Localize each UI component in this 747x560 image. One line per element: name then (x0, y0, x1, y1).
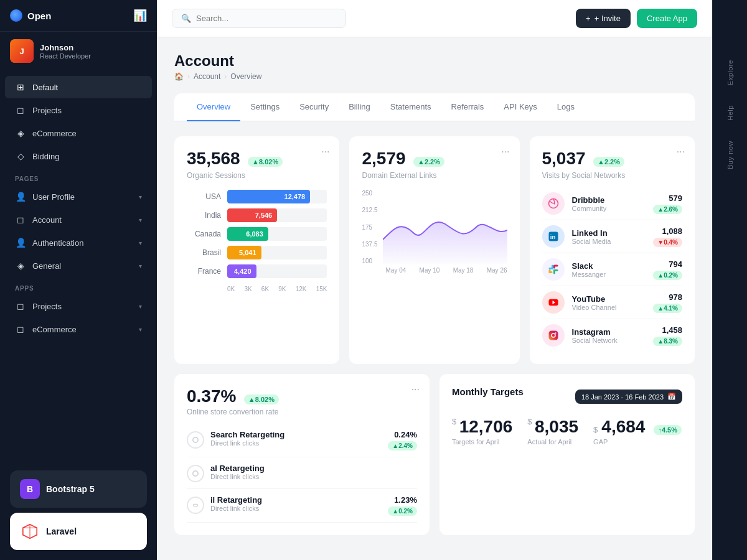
sidebar-item-user-profile[interactable]: 👤 User Profile ▾ (5, 185, 152, 208)
tab-overview[interactable]: Overview (187, 93, 240, 121)
sidebar-chart-button[interactable]: 📊 (133, 9, 147, 22)
sidebar-item-account[interactable]: ◻ Account ▾ (5, 208, 152, 231)
breadcrumb: 🏠 › Account › Overview (174, 72, 695, 81)
organic-label: Organic Sessions (187, 171, 327, 180)
tab-billing[interactable]: Billing (339, 93, 380, 121)
organic-more-button[interactable]: ··· (321, 146, 329, 157)
sidebar-item-bidding[interactable]: ◇ Bidding (5, 145, 152, 167)
laravel-card: Laravel (10, 513, 147, 550)
retarget-stat-1: 0.24% ▲2.4% (383, 430, 417, 450)
sidebar-item-general[interactable]: ◈ General ▾ (5, 254, 152, 277)
buy-now-button[interactable]: Buy now (721, 131, 739, 179)
social-item-slack: Slack Messanger 794 ▲0.2% (542, 253, 682, 286)
targets-figure: $ 12,706 Targets for April (452, 417, 512, 446)
linkedin-count: 1,088 (648, 226, 682, 236)
sidebar-item-ecommerce[interactable]: ◈ eCommerce (5, 122, 152, 144)
retarget-sub-1: Direct link clicks (210, 439, 377, 447)
tab-settings[interactable]: Settings (240, 93, 289, 121)
general-icon: ◈ (15, 260, 26, 271)
bar-track-india: 7,546 (227, 208, 327, 222)
general-chevron-icon: ▾ (139, 263, 142, 269)
instagram-stats: 1,458 ▲8.3% (648, 325, 682, 346)
bootstrap-label: Bootstrap 5 (46, 484, 95, 494)
retarget-name-3: il Retargeting (210, 495, 377, 505)
bottom-grid: ··· 0.37% ▲8.02% Online store convertion… (174, 374, 695, 535)
monthly-figures: $ 12,706 Targets for April $ 8,035 Actua… (452, 417, 682, 446)
conversion-rate: 0.37% (187, 386, 236, 406)
stats-grid: ··· 35,568 ▲8.02% Organic Sessions USA 1… (174, 136, 695, 364)
youtube-stats: 978 ▲4.1% (648, 292, 682, 313)
social-item-linkedin: in Linked In Social Media 1,088 ▼0.4% (542, 220, 682, 253)
retarget-item-1: Search Retargeting Direct link clicks 0.… (187, 424, 417, 457)
create-app-button[interactable]: Create App (637, 9, 697, 28)
y-250: 250 (362, 190, 377, 197)
retarget-name-2: al Retargeting (210, 464, 411, 473)
social-visits-card: ··· 5,037 ▲2.2% Visits by Social Network… (530, 136, 695, 364)
bar-track-brasil: 5,041 (227, 246, 327, 259)
external-label: Domain External Links (362, 171, 507, 180)
dribbble-count: 579 (648, 194, 682, 203)
external-links-card: ··· 2,579 ▲2.2% Domain External Links 25… (349, 136, 519, 364)
sidebar-item-apps-ecommerce[interactable]: ◻ eCommerce ▾ (5, 318, 152, 340)
bar-fill-canada: 6,083 (227, 227, 268, 241)
x-may18: May 18 (453, 267, 474, 274)
search-box[interactable]: 🔍 (172, 9, 346, 28)
sidebar-label-apps-ecommerce: eCommerce (32, 325, 133, 334)
slack-stats: 794 ▲0.2% (648, 259, 682, 280)
sidebar-item-default[interactable]: ⊞ Default (5, 76, 152, 98)
bar-fill-france: 4,420 (227, 264, 256, 278)
bar-chart: USA 12,478 India 7,546 (187, 190, 327, 292)
explore-button[interactable]: Explore (721, 50, 739, 95)
monthly-targets-card: Monthly Targets 18 Jan 2023 - 16 Feb 202… (439, 374, 695, 535)
conversion-more-button[interactable]: ··· (411, 384, 420, 395)
user-info: Johnson React Developer (40, 43, 91, 60)
linkedin-stats: 1,088 ▼0.4% (648, 226, 682, 247)
breadcrumb-overview: Overview (230, 72, 261, 81)
tab-api-keys[interactable]: API Keys (494, 93, 547, 121)
country-brasil: Brasil (187, 248, 221, 257)
sidebar-item-apps-projects[interactable]: ◻ Projects ▾ (5, 295, 152, 317)
retarget-item-2: al Retargeting Direct link clicks (187, 457, 417, 489)
external-more-button[interactable]: ··· (501, 146, 509, 157)
targets-dollar: $ (452, 417, 456, 426)
help-button[interactable]: Help (721, 95, 739, 131)
tab-security[interactable]: Security (289, 93, 339, 121)
sidebar-label-user-profile: User Profile (32, 192, 133, 202)
country-canada: Canada (187, 230, 221, 238)
y-100: 100 (362, 258, 377, 264)
monthly-header: Monthly Targets 18 Jan 2023 - 16 Feb 202… (452, 386, 682, 407)
breadcrumb-sep1: › (187, 72, 190, 81)
invite-button[interactable]: + + Invite (576, 9, 631, 28)
social-more-button[interactable]: ··· (677, 146, 685, 157)
linkedin-badge: ▼0.4% (653, 238, 682, 247)
sidebar-label-general: General (32, 261, 133, 271)
breadcrumb-account: Account (194, 72, 220, 81)
invite-plus-icon: + (586, 14, 591, 23)
home-icon: 🏠 (174, 72, 184, 81)
app-name: Open (27, 11, 51, 21)
sidebar-item-projects[interactable]: ◻ Projects (5, 99, 152, 121)
bar-fill-usa: 12,478 (227, 190, 310, 203)
axis-0k: 0K (227, 286, 235, 292)
breadcrumb-sep2: › (224, 72, 227, 81)
slack-badge: ▲0.2% (653, 271, 682, 280)
bar-value-usa: 12,478 (284, 193, 306, 200)
sidebar-label-account: Account (32, 215, 133, 225)
bar-value-brasil: 5,041 (239, 249, 256, 256)
conversion-badge: ▲8.02% (244, 394, 279, 404)
sidebar-item-authentication[interactable]: 👤 Authentication ▾ (5, 231, 152, 254)
external-number: 2,579 (362, 149, 405, 168)
tab-logs[interactable]: Logs (547, 93, 585, 121)
topbar: 🔍 + + Invite Create App (157, 0, 712, 37)
x-may04: May 04 (385, 267, 406, 274)
linkedin-icon: in (542, 225, 565, 248)
page-tabs: Overview Settings Security Billing State… (174, 93, 695, 121)
auth-chevron-icon: ▾ (139, 240, 142, 246)
youtube-badge: ▲4.1% (653, 304, 682, 313)
social-stat-row: 5,037 ▲2.2% (542, 149, 682, 169)
tab-statements[interactable]: Statements (380, 93, 441, 121)
dribbble-info: Dribbble Community (572, 195, 641, 212)
monthly-title: Monthly Targets (452, 386, 524, 397)
tab-referrals[interactable]: Referrals (441, 93, 494, 121)
search-input[interactable] (196, 14, 337, 23)
